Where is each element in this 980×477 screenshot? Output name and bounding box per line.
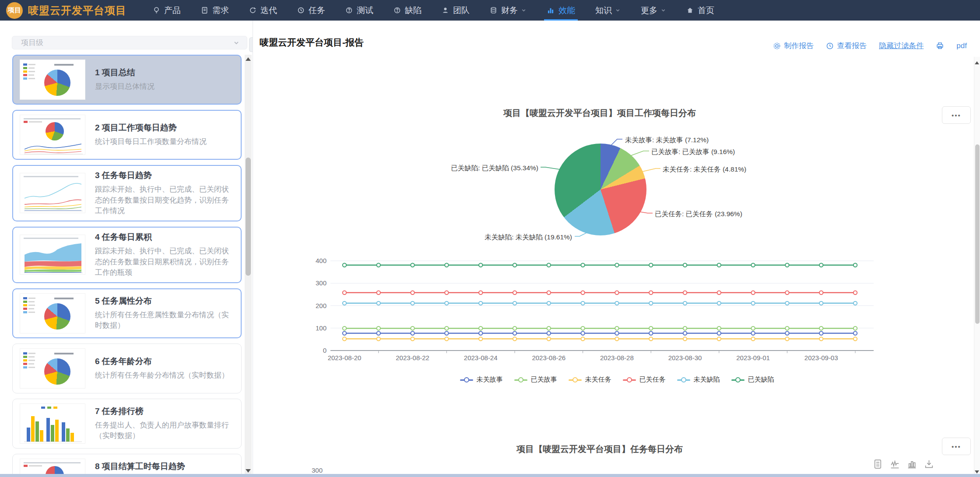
nav-item-performance[interactable]: 效能 bbox=[547, 0, 575, 21]
svg-text:2023-08-24: 2023-08-24 bbox=[464, 354, 498, 361]
report-card-title: 2 项目工作项每日趋势 bbox=[95, 122, 234, 133]
report-level-select-value: 项目级 bbox=[21, 38, 43, 48]
hide-filter-link[interactable]: 隐藏过滤条件 bbox=[879, 41, 924, 51]
legend-item-unclosed-defect[interactable]: 未关缺陷 bbox=[677, 375, 720, 384]
legend-label: 已关任务 bbox=[639, 375, 666, 384]
nav-item-finance[interactable]: 财务 bbox=[490, 0, 527, 21]
legend-item-closed-story[interactable]: 已关故事 bbox=[514, 375, 557, 384]
report-card-desc: 跟踪未开始、执行中、已完成、已关闭状态的任务数量按日期变化趋势，识别任务工作情况 bbox=[95, 184, 234, 217]
report-card-title: 5 任务属性分布 bbox=[95, 295, 234, 307]
pie-label-unclosed-task: 未关任务: 未关任务 (4.81%) bbox=[663, 165, 746, 174]
line-chart[interactable]: 01002003004002023-08-202023-08-222023-08… bbox=[306, 252, 889, 361]
nav-item-testing[interactable]: 测试 bbox=[345, 0, 373, 21]
data-view-icon[interactable] bbox=[872, 459, 883, 470]
legend-marker bbox=[514, 377, 527, 382]
pdf-link[interactable]: pdf bbox=[956, 42, 967, 50]
report-card-4[interactable]: 4 任务每日累积 跟踪未开始、执行中、已完成、已关闭状态的任务数量按日期累积情况… bbox=[12, 227, 242, 283]
legend-label: 未关任务 bbox=[585, 375, 611, 384]
svg-text:2023-08-26: 2023-08-26 bbox=[532, 354, 566, 361]
nav-item-label: 需求 bbox=[212, 5, 229, 16]
nav-item-label: 效能 bbox=[558, 5, 575, 16]
report-card-3[interactable]: 3 任务每日趋势 跟踪未开始、执行中、已完成、已关闭状态的任务数量按日期变化趋势… bbox=[12, 165, 242, 221]
pie-chart-thumbnail bbox=[20, 348, 85, 389]
nav-item-requirements[interactable]: 需求 bbox=[201, 0, 229, 21]
pie-leader-lines bbox=[254, 21, 980, 477]
view-report-link[interactable]: 查看报告 bbox=[826, 41, 867, 51]
legend-marker bbox=[623, 377, 636, 382]
question-circle-icon bbox=[393, 7, 401, 14]
scroll-up-arrow[interactable] bbox=[975, 61, 979, 64]
legend-item-unclosed-task[interactable]: 未关任务 bbox=[569, 375, 611, 384]
report-card-title: 4 任务每日累积 bbox=[95, 231, 234, 243]
report-card-desc: 跟踪未开始、执行中、已完成、已关闭状态的任务数量按日期累积情况，识别任务工作的瓶… bbox=[95, 246, 234, 278]
bar-chart-icon bbox=[547, 7, 555, 14]
nav-item-iterations[interactable]: 迭代 bbox=[249, 0, 277, 21]
report-card-title: 7 任务排行榜 bbox=[95, 406, 234, 417]
pie-line-thumbnail bbox=[20, 115, 85, 155]
report-card-desc: 显示项目总体情况 bbox=[95, 81, 234, 92]
legend-item-unclosed-story[interactable]: 未关故事 bbox=[460, 375, 503, 384]
svg-text:2023-09-03: 2023-09-03 bbox=[804, 354, 838, 361]
legend-label: 未关故事 bbox=[477, 375, 503, 384]
chart2-toolbox bbox=[872, 459, 934, 470]
sidebar-collapse-handle[interactable] bbox=[249, 37, 253, 52]
printer-icon bbox=[936, 42, 944, 50]
scroll-down-arrow[interactable] bbox=[975, 470, 979, 473]
scroll-up-arrow[interactable] bbox=[246, 57, 251, 61]
legend-item-closed-defect[interactable]: 已关缺陷 bbox=[731, 375, 774, 384]
nav-item-tasks[interactable]: 任务 bbox=[297, 0, 325, 21]
report-card-desc: 统计项目每日工作项数量分布情况 bbox=[95, 137, 234, 147]
view-report-label: 查看报告 bbox=[837, 41, 867, 51]
nav-item-defects[interactable]: 缺陷 bbox=[393, 0, 422, 21]
line-chart-icon[interactable] bbox=[889, 459, 900, 470]
chevron-down-icon bbox=[615, 7, 621, 13]
gear-icon bbox=[773, 42, 781, 50]
nav-item-label: 财务 bbox=[501, 5, 518, 16]
clock-icon bbox=[297, 7, 305, 14]
report-card-6[interactable]: 6 任务年龄分布 统计所有任务年龄分布情况（实时数据） bbox=[12, 344, 242, 393]
chevron-down-icon bbox=[521, 7, 527, 13]
make-report-link[interactable]: 制作报告 bbox=[773, 41, 814, 51]
app-window: 项目 唛盟云开发平台项目 产品 需求 迭代 任务 测试 bbox=[0, 0, 980, 477]
report-card-1[interactable]: 1 项目总结 显示项目总体情况 bbox=[12, 55, 242, 105]
legend-marker bbox=[460, 377, 473, 382]
line-chart-thumbnail bbox=[20, 173, 85, 213]
nav-item-product[interactable]: 产品 bbox=[153, 0, 181, 21]
bulb-icon bbox=[153, 7, 160, 14]
report-card-7[interactable]: 7 任务排行榜 任务提出人、负责人的用户故事数量排行（实时数据） bbox=[12, 399, 242, 449]
scrollbar-thumb[interactable] bbox=[246, 158, 251, 276]
sidebar-scrollbar[interactable] bbox=[245, 55, 252, 475]
svg-text:200: 200 bbox=[316, 302, 327, 309]
main-scrollbar[interactable] bbox=[974, 57, 980, 477]
report-card-list: 1 项目总结 显示项目总体情况 bbox=[12, 55, 242, 477]
pie-chart[interactable] bbox=[555, 144, 646, 235]
chevron-down-icon bbox=[233, 39, 240, 46]
report-card-5[interactable]: 5 任务属性分布 统计所有任务任意属性数量分布情况（实时数据） bbox=[12, 288, 242, 338]
bar-chart-icon[interactable] bbox=[906, 459, 917, 470]
svg-text:2023-08-20: 2023-08-20 bbox=[328, 354, 362, 361]
print-button[interactable] bbox=[936, 42, 944, 50]
report-card-title: 8 项目结算工时每日趋势 bbox=[95, 461, 234, 472]
home-icon bbox=[686, 7, 694, 14]
legend-item-closed-task[interactable]: 已关任务 bbox=[623, 375, 666, 384]
chart2-more-button[interactable]: ••• bbox=[942, 438, 971, 455]
scroll-down-arrow[interactable] bbox=[246, 469, 251, 473]
scrollbar-thumb[interactable] bbox=[975, 144, 980, 324]
nav-item-team[interactable]: 团队 bbox=[442, 0, 470, 21]
page-title: 唛盟云开发平台项目-报告 bbox=[260, 36, 364, 49]
nav-item-home[interactable]: 首页 bbox=[686, 0, 714, 21]
report-card-desc: 统计所有任务任意属性数量分布情况（实时数据） bbox=[95, 310, 234, 331]
pie-chart-thumbnail bbox=[20, 60, 85, 100]
download-icon[interactable] bbox=[924, 459, 934, 470]
svg-text:2023-08-28: 2023-08-28 bbox=[600, 354, 634, 361]
report-level-select[interactable]: 项目级 bbox=[12, 36, 247, 49]
chevron-down-icon bbox=[660, 7, 666, 13]
report-card-2[interactable]: 2 项目工作项每日趋势 统计项目每日工作项数量分布情况 bbox=[12, 110, 242, 160]
chart1-more-button[interactable]: ••• bbox=[942, 106, 971, 124]
nav-item-knowledge[interactable]: 知识 bbox=[595, 0, 621, 21]
legend-marker bbox=[569, 377, 582, 382]
app-logo[interactable]: 项目 bbox=[6, 2, 23, 19]
nav-item-more[interactable]: 更多 bbox=[641, 0, 666, 21]
bar-chart-thumbnail bbox=[20, 403, 85, 444]
app-title: 唛盟云开发平台项目 bbox=[28, 4, 126, 18]
